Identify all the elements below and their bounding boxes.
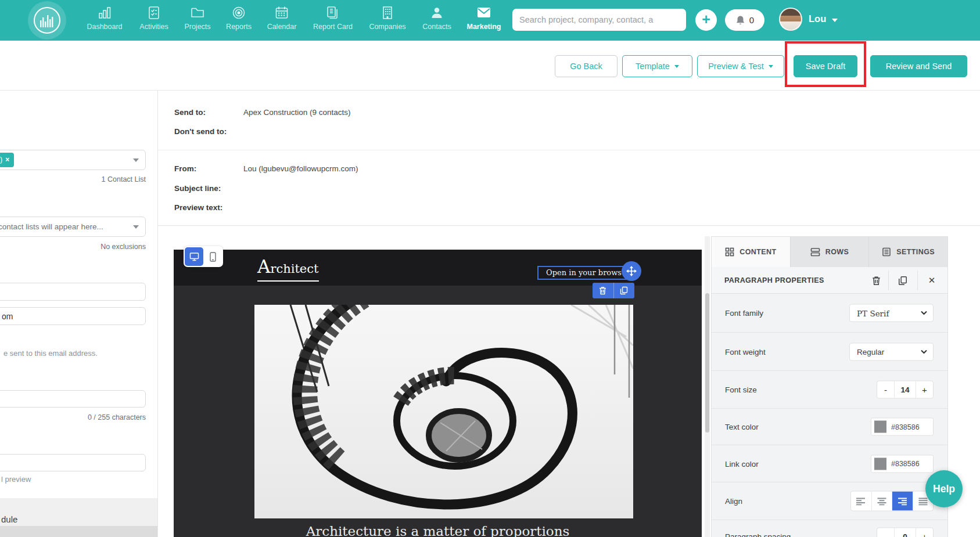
divider	[888, 271, 889, 290]
nav-item-companies[interactable]: Companies	[360, 5, 415, 31]
link-color-label: Link color	[725, 459, 759, 468]
paragraph-spacing-decrease-button[interactable]: -	[877, 528, 894, 537]
nav-item-calendar[interactable]: Calendar	[254, 5, 310, 31]
tab-label: CONTENT	[740, 248, 776, 256]
target-icon	[231, 5, 246, 20]
global-search	[512, 9, 686, 31]
align-right-button[interactable]	[892, 492, 913, 511]
notifications-button[interactable]: 0	[725, 9, 764, 31]
user-avatar[interactable]	[779, 8, 802, 31]
top-nav: Dashboard Activities Projects Reports	[0, 0, 980, 41]
reply-hint: e sent to this email address.	[3, 349, 98, 358]
search-input[interactable]	[512, 9, 700, 31]
dont-send-label: Don't send to:	[174, 127, 227, 136]
help-button[interactable]: Help	[925, 470, 963, 507]
properties-panel: CONTENT ROWS SETTINGS PARAGRAPH PROPERTI…	[711, 236, 948, 537]
audience-sidebar: 9) × 1 Contact List contact lists will a…	[0, 91, 158, 537]
font-family-dropdown[interactable]: PT Serif	[849, 304, 934, 322]
template-button[interactable]: Template	[622, 55, 692, 77]
email-design-canvas[interactable]: Architect Open in your brows	[174, 250, 702, 537]
envelope-icon	[476, 5, 492, 20]
tab-label: SETTINGS	[896, 248, 935, 256]
tab-content[interactable]: CONTENT	[712, 237, 791, 267]
align-center-button[interactable]	[872, 492, 893, 511]
nav-item-dashboard[interactable]: Dashboard	[77, 5, 132, 31]
delete-block-button[interactable]	[593, 283, 613, 298]
align-left-button[interactable]	[851, 492, 872, 511]
bar-chart-logo-icon	[32, 5, 62, 35]
align-row: Align	[712, 482, 947, 520]
preview-test-button[interactable]: Preview & Test	[697, 55, 784, 77]
save-draft-button[interactable]: Save Draft	[794, 55, 857, 77]
nav-label: Reports	[226, 23, 252, 31]
nav-label: Companies	[369, 23, 405, 31]
nav-item-marketing[interactable]: Marketing	[456, 5, 512, 31]
brand-rest: rchitect	[270, 262, 318, 276]
go-back-button[interactable]: Go Back	[555, 55, 618, 77]
font-weight-dropdown[interactable]: Regular	[849, 343, 934, 361]
tab-settings[interactable]: SETTINGS	[869, 237, 947, 267]
tab-rows[interactable]: ROWS	[791, 237, 870, 267]
app-window: Dashboard Activities Projects Reports	[0, 0, 980, 537]
paragraph-spacing-label: Paragraph spacing	[725, 532, 791, 537]
from-email-field[interactable]	[0, 307, 146, 325]
font-family-row: Font family PT Serif	[712, 294, 947, 333]
contact-list-select[interactable]: 9) ×	[0, 150, 146, 170]
email-brand-logo[interactable]: Architect	[257, 258, 319, 282]
open-in-browser-link[interactable]: Open in your brows	[537, 266, 627, 280]
tag-text: 9)	[0, 153, 2, 167]
from-label: From:	[174, 164, 196, 173]
font-size-decrease-button[interactable]: -	[877, 381, 894, 398]
desktop-view-button[interactable]	[185, 247, 203, 266]
font-size-stepper: - 14 +	[877, 381, 934, 399]
link-color-swatch	[874, 457, 886, 470]
link-color-picker[interactable]: #838586	[871, 455, 934, 473]
spiral-staircase-image	[254, 305, 633, 518]
text-color-swatch	[874, 421, 886, 433]
copy-icon	[898, 276, 907, 286]
bar-chart-icon	[97, 5, 112, 20]
calendar-icon	[274, 5, 289, 20]
person-icon	[429, 5, 444, 20]
email-headline-text[interactable]: Architecture is a matter of proportions	[174, 524, 702, 537]
paragraph-spacing-row: Paragraph spacing - 0 +	[712, 520, 947, 537]
close-panel-icon[interactable]: ✕	[925, 274, 938, 287]
text-color-value: #838586	[891, 423, 920, 431]
preview-text-field[interactable]	[0, 454, 146, 471]
staircase-image-block[interactable]	[254, 305, 633, 518]
paragraph-spacing-increase-button[interactable]: +	[916, 528, 933, 537]
chevron-down-icon	[769, 65, 773, 68]
add-button[interactable]: +	[695, 9, 717, 31]
chevron-down-icon[interactable]	[832, 19, 838, 22]
review-send-button[interactable]: Review and Send	[870, 55, 967, 77]
section-title: PARAGRAPH PROPERTIES	[724, 267, 824, 294]
mobile-view-button[interactable]	[203, 247, 222, 266]
subject-field[interactable]	[0, 390, 146, 408]
schedule-label: dule	[1, 514, 17, 524]
remove-tag-icon[interactable]: ×	[5, 153, 9, 167]
grid-icon	[725, 247, 734, 257]
chevron-down-icon	[133, 225, 139, 229]
excluded-lists-select[interactable]: contact lists will appear here...	[0, 217, 146, 237]
from-name-field[interactable]	[0, 283, 146, 301]
chevron-down-icon	[674, 65, 679, 68]
divider	[158, 150, 980, 150]
drag-move-handle[interactable]	[622, 261, 641, 281]
block-action-bar	[593, 283, 634, 298]
align-label: Align	[725, 497, 742, 506]
duplicate-element-button[interactable]	[896, 274, 909, 287]
panel-section-header: PARAGRAPH PROPERTIES ✕	[712, 267, 947, 294]
text-color-picker[interactable]: #838586	[871, 418, 934, 436]
nav-item-report-card[interactable]: Report Card	[305, 5, 361, 31]
chevron-down-icon	[921, 311, 927, 315]
scrollbar-thumb[interactable]	[705, 293, 709, 433]
user-name[interactable]: Lou	[809, 13, 826, 24]
preview-text-label: Preview text:	[174, 203, 222, 212]
delete-element-button[interactable]	[870, 274, 882, 287]
app-logo[interactable]	[28, 1, 66, 39]
nav-label: Activities	[139, 23, 168, 31]
font-family-label: Font family	[725, 309, 763, 318]
font-size-increase-button[interactable]: +	[916, 381, 933, 398]
duplicate-block-button[interactable]	[613, 283, 635, 298]
paragraph-spacing-stepper: - 0 +	[877, 528, 934, 537]
